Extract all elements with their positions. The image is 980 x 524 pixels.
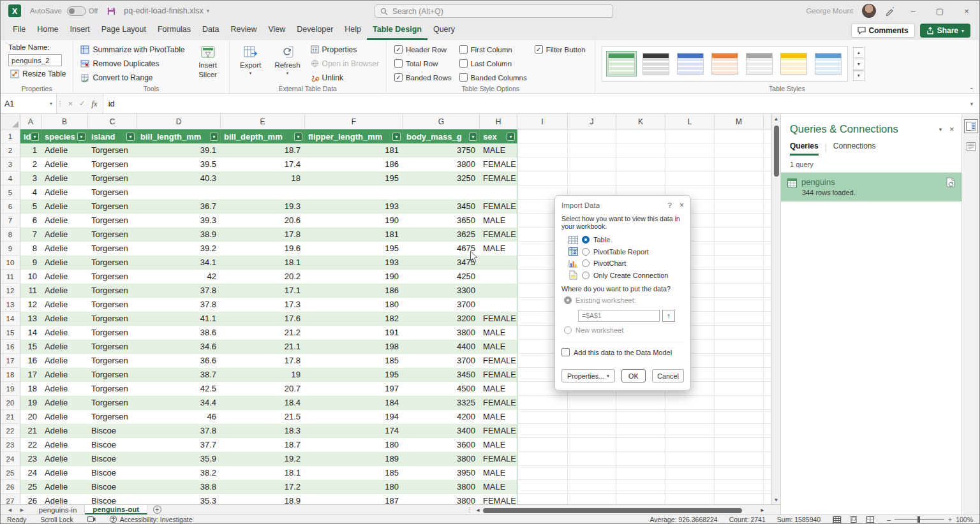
tab-insert[interactable]: Insert	[64, 21, 96, 40]
filename-chevron-icon[interactable]: ▾	[207, 8, 210, 14]
cell-D11[interactable]: 42	[137, 270, 221, 284]
cell-H14[interactable]: FEMALE	[480, 312, 517, 326]
cell-F2[interactable]: 181	[305, 143, 403, 157]
cell-H7[interactable]: MALE	[480, 214, 517, 228]
excel-app-icon[interactable]: X	[8, 4, 21, 17]
cell-B14[interactable]: Adelie	[41, 312, 88, 326]
user-name[interactable]: George Mount	[806, 7, 853, 15]
cell-A10[interactable]: 9	[20, 256, 41, 270]
cell-K24[interactable]	[616, 452, 665, 466]
row-header-3[interactable]: 3	[1, 157, 20, 171]
cell-D18[interactable]: 38.7	[137, 368, 221, 382]
cell-G17[interactable]: 3700	[403, 354, 480, 368]
cell-B3[interactable]: Adelie	[41, 157, 88, 171]
cell-I23[interactable]	[517, 438, 568, 452]
cell-K25[interactable]	[616, 466, 665, 480]
new-sheet-button[interactable]: +	[147, 505, 167, 514]
cell-H5[interactable]	[480, 186, 517, 200]
cell-K3[interactable]	[616, 157, 665, 171]
row-header-19[interactable]: 19	[1, 382, 20, 396]
column-header-H[interactable]: H	[480, 114, 517, 129]
cell-B2[interactable]: Adelie	[41, 143, 88, 157]
cell-G15[interactable]: 3800	[403, 326, 480, 340]
column-header-I[interactable]: I	[517, 114, 568, 129]
cell-I2[interactable]	[517, 143, 568, 157]
cell-G7[interactable]: 3650	[403, 214, 480, 228]
select-all-corner[interactable]	[1, 114, 20, 129]
cell-D21[interactable]: 46	[137, 410, 221, 424]
cell-F16[interactable]: 198	[305, 340, 403, 354]
cell-A20[interactable]: 19	[20, 396, 41, 410]
row-header-17[interactable]: 17	[1, 354, 20, 368]
cell-H21[interactable]: MALE	[480, 410, 517, 424]
cell-D23[interactable]: 37.7	[137, 438, 221, 452]
new-worksheet-radio[interactable]	[564, 326, 572, 334]
view-option-table[interactable]: Table	[561, 234, 684, 246]
cell-I24[interactable]	[517, 452, 568, 466]
tab-file[interactable]: File	[7, 21, 31, 40]
cell-E14[interactable]: 17.6	[221, 312, 305, 326]
cell-B27[interactable]: Adelie	[41, 494, 88, 504]
cell-E18[interactable]: 19	[221, 368, 305, 382]
cell-E16[interactable]: 21.1	[221, 340, 305, 354]
cell-M21[interactable]	[715, 410, 764, 424]
dialog-help-icon[interactable]: ?	[660, 201, 679, 209]
cell-A15[interactable]: 14	[20, 326, 41, 340]
cell-C10[interactable]: Torgersen	[88, 256, 137, 270]
cell-L23[interactable]	[665, 438, 715, 452]
cell-E7[interactable]: 20.6	[221, 214, 305, 228]
cell-C6[interactable]: Torgersen	[88, 200, 137, 214]
cell-L25[interactable]	[665, 466, 715, 480]
cell-K27[interactable]	[616, 494, 665, 504]
cell-L4[interactable]	[665, 171, 715, 186]
table-style-swatch-blue[interactable]	[675, 51, 706, 76]
cell-E19[interactable]: 20.7	[221, 382, 305, 396]
cell-G4[interactable]: 3250	[403, 171, 480, 186]
row-header-16[interactable]: 16	[1, 340, 20, 354]
row-header-20[interactable]: 20	[1, 396, 20, 410]
cell-M18[interactable]	[715, 368, 764, 382]
cell-D19[interactable]: 42.5	[137, 382, 221, 396]
cell-C9[interactable]: Torgersen	[88, 242, 137, 256]
accessibility-status[interactable]: Accessibility: Investigate	[120, 516, 193, 523]
cell-I21[interactable]	[517, 410, 568, 424]
cell-H10[interactable]	[480, 256, 517, 270]
tab-connections[interactable]: Connections	[833, 142, 876, 156]
cell-J2[interactable]	[568, 143, 616, 157]
cell-A16[interactable]: 15	[20, 340, 41, 354]
insert-slicer-button[interactable]: Insert Slicer	[192, 43, 224, 84]
cell-H6[interactable]: FEMALE	[480, 200, 517, 214]
cell-G16[interactable]: 4400	[403, 340, 480, 354]
hscroll-left-icon[interactable]: ◄	[475, 507, 480, 513]
cell-F25[interactable]: 185	[305, 466, 403, 480]
cell-M2[interactable]	[715, 143, 764, 157]
cell-C27[interactable]: Biscoe	[88, 494, 137, 504]
cell-A11[interactable]: 10	[20, 270, 41, 284]
cell-E17[interactable]: 17.8	[221, 354, 305, 368]
table-properties-button[interactable]: Properties	[309, 43, 381, 55]
style-option-header-row[interactable]: ✓Header Row	[394, 43, 452, 55]
cell-L20[interactable]	[665, 396, 715, 410]
cell-L2[interactable]	[665, 143, 715, 157]
cell-F14[interactable]: 182	[305, 312, 403, 326]
autosave-toggle[interactable]	[67, 6, 86, 16]
table-style-swatch-green[interactable]	[606, 51, 637, 76]
cell-F4[interactable]: 195	[305, 171, 403, 186]
cell-G2[interactable]: 3750	[403, 143, 480, 157]
row-header-4[interactable]: 4	[1, 171, 20, 186]
row-header-1[interactable]: 1	[1, 129, 20, 143]
cell-B13[interactable]: Adelie	[41, 298, 88, 312]
cell-A7[interactable]: 6	[20, 214, 41, 228]
cell-B8[interactable]: Adelie	[41, 228, 88, 242]
cell-G3[interactable]: 3800	[403, 157, 480, 171]
cell-C21[interactable]: Torgersen	[88, 410, 137, 424]
row-header-24[interactable]: 24	[1, 452, 20, 466]
cell-J26[interactable]	[568, 480, 616, 494]
tab-home[interactable]: Home	[31, 21, 64, 40]
cell-I25[interactable]	[517, 466, 568, 480]
tab-data[interactable]: Data	[197, 21, 225, 40]
cell-K20[interactable]	[616, 396, 665, 410]
tab-page-layout[interactable]: Page Layout	[96, 21, 152, 40]
cell-H26[interactable]: MALE	[480, 480, 517, 494]
cell-M23[interactable]	[715, 438, 764, 452]
